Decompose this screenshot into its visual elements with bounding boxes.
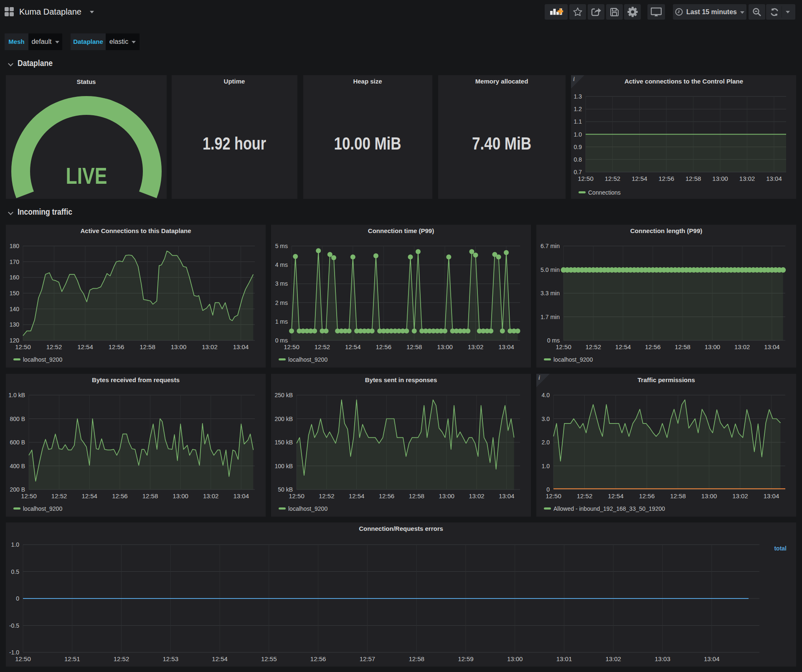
svg-text:13:02: 13:02	[203, 492, 219, 500]
svg-text:localhost_9200: localhost_9200	[23, 505, 62, 512]
svg-text:13:04: 13:04	[233, 492, 249, 500]
svg-text:12:56: 12:56	[659, 175, 675, 182]
svg-text:4.0: 4.0	[542, 392, 550, 398]
svg-text:170: 170	[10, 259, 20, 265]
svg-text:localhost_9200: localhost_9200	[288, 505, 327, 512]
svg-text:12:58: 12:58	[685, 175, 701, 182]
svg-text:150: 150	[10, 290, 20, 297]
svg-text:12:54: 12:54	[212, 655, 228, 662]
svg-text:1.3: 1.3	[574, 93, 582, 100]
svg-text:12:52: 12:52	[605, 175, 621, 182]
svg-text:0.9: 0.9	[574, 144, 582, 150]
svg-text:12:50: 12:50	[15, 343, 31, 350]
svg-text:12:50: 12:50	[289, 492, 305, 500]
svg-text:12:56: 12:56	[109, 343, 124, 350]
svg-text:12:54: 12:54	[632, 175, 647, 182]
svg-text:13:00: 13:00	[437, 343, 453, 350]
svg-text:localhost_9200: localhost_9200	[553, 356, 593, 363]
svg-text:0 ms: 0 ms	[547, 337, 560, 344]
svg-text:1.0: 1.0	[574, 131, 582, 138]
svg-text:Allowed - inbound_192_168_33_5: Allowed - inbound_192_168_33_50_19200	[553, 505, 665, 512]
svg-text:13:02: 13:02	[732, 492, 748, 500]
svg-text:400 B: 400 B	[10, 463, 25, 469]
svg-text:localhost_9200: localhost_9200	[288, 356, 327, 363]
svg-text:13:03: 13:03	[655, 655, 670, 662]
svg-text:12:56: 12:56	[645, 343, 661, 350]
svg-text:13:04: 13:04	[764, 343, 780, 350]
svg-text:13:00: 13:00	[712, 175, 728, 182]
svg-text:13:00: 13:00	[701, 492, 717, 500]
svg-text:1.2: 1.2	[574, 106, 582, 112]
svg-text:150 kB: 150 kB	[274, 439, 293, 446]
svg-text:12:50: 12:50	[21, 492, 37, 500]
svg-text:12:52: 12:52	[577, 492, 593, 500]
svg-text:250 kB: 250 kB	[274, 392, 293, 398]
svg-text:1.92 hour: 1.92 hour	[203, 134, 266, 153]
svg-text:12:56: 12:56	[310, 655, 326, 662]
svg-text:LIVE: LIVE	[66, 163, 107, 189]
svg-text:0: 0	[546, 486, 550, 493]
svg-text:13:01: 13:01	[556, 655, 572, 662]
svg-text:total: total	[774, 545, 787, 552]
svg-text:7.40 MiB: 7.40 MiB	[472, 134, 531, 153]
svg-text:1.0: 1.0	[11, 541, 20, 548]
svg-text:13:00: 13:00	[173, 492, 188, 500]
svg-text:Heap size: Heap size	[353, 78, 382, 85]
svg-text:12:56: 12:56	[376, 343, 392, 350]
svg-text:Active connections to the Cont: Active connections to the Control Plane	[624, 78, 743, 85]
svg-text:12:54: 12:54	[81, 492, 97, 500]
svg-text:Bytes sent in responses: Bytes sent in responses	[365, 376, 437, 383]
svg-text:12:51: 12:51	[64, 655, 80, 662]
svg-text:12:58: 12:58	[142, 492, 158, 500]
svg-text:Incoming traffic: Incoming traffic	[18, 207, 72, 216]
svg-text:1.1: 1.1	[574, 118, 582, 125]
svg-text:12:54: 12:54	[349, 492, 365, 500]
svg-text:12:58: 12:58	[409, 492, 424, 500]
svg-text:localhost_9200: localhost_9200	[23, 356, 62, 363]
svg-text:50 kB: 50 kB	[278, 486, 293, 493]
svg-text:Connection length (P99): Connection length (P99)	[630, 227, 703, 234]
svg-text:13:00: 13:00	[439, 492, 454, 500]
svg-text:5.0 min: 5.0 min	[541, 266, 560, 273]
svg-text:600 B: 600 B	[10, 439, 25, 446]
svg-text:10.00 MiB: 10.00 MiB	[334, 134, 401, 153]
svg-text:130: 130	[10, 321, 20, 328]
svg-text:13:04: 13:04	[704, 655, 720, 662]
svg-text:13:04: 13:04	[499, 492, 515, 500]
svg-text:100 kB: 100 kB	[274, 463, 293, 469]
svg-text:0.8: 0.8	[574, 156, 582, 163]
svg-text:4 ms: 4 ms	[275, 261, 288, 268]
svg-text:0.5: 0.5	[11, 568, 20, 575]
svg-text:Traffic permissions: Traffic permissions	[637, 376, 695, 383]
svg-text:3.3 min: 3.3 min	[541, 290, 560, 297]
svg-text:12:58: 12:58	[670, 492, 686, 500]
svg-text:12:53: 12:53	[163, 655, 179, 662]
svg-text:13:00: 13:00	[507, 655, 523, 662]
svg-text:12:52: 12:52	[46, 343, 62, 350]
svg-text:12:54: 12:54	[615, 343, 631, 350]
svg-text:1 ms: 1 ms	[275, 318, 288, 325]
svg-text:12:52: 12:52	[315, 343, 330, 350]
svg-text:-1.0: -1.0	[9, 649, 19, 656]
svg-text:1.7 min: 1.7 min	[541, 314, 560, 320]
svg-text:180: 180	[10, 243, 20, 249]
svg-text:12:50: 12:50	[578, 175, 594, 182]
svg-text:13:02: 13:02	[468, 343, 484, 350]
svg-text:200 kB: 200 kB	[274, 416, 293, 422]
svg-text:13:04: 13:04	[766, 175, 782, 182]
svg-text:13:04: 13:04	[498, 343, 514, 350]
svg-text:12:56: 12:56	[639, 492, 655, 500]
svg-text:Bytes received from requests: Bytes received from requests	[92, 376, 180, 383]
svg-text:12:57: 12:57	[360, 655, 376, 662]
svg-text:Memory allocated: Memory allocated	[475, 78, 528, 85]
svg-text:800 B: 800 B	[10, 416, 25, 422]
svg-text:12:52: 12:52	[319, 492, 335, 500]
svg-text:12:54: 12:54	[608, 492, 624, 500]
svg-text:6.7 min: 6.7 min	[541, 243, 560, 249]
svg-text:12:58: 12:58	[406, 343, 422, 350]
svg-text:12:52: 12:52	[51, 492, 67, 500]
svg-text:12:50: 12:50	[546, 492, 561, 500]
svg-text:1.0 kB: 1.0 kB	[8, 392, 25, 398]
svg-text:12:58: 12:58	[675, 343, 690, 350]
svg-text:12:52: 12:52	[114, 655, 129, 662]
